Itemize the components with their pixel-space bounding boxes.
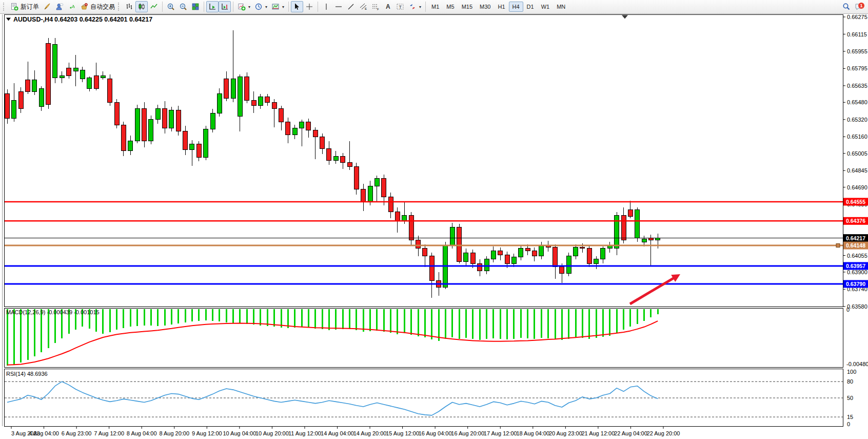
candlestick[interactable]	[169, 107, 174, 131]
candlestick-chart-button[interactable]	[135, 1, 148, 12]
candle-body-bear	[416, 240, 421, 249]
time-axis-label: 17 Aug 12:00	[484, 430, 517, 436]
candle-body-bear	[224, 79, 229, 98]
channel-button[interactable]: E	[357, 1, 369, 12]
add-indicator-icon	[238, 3, 246, 11]
candlestick[interactable]	[46, 38, 51, 109]
candle-body-bull	[594, 259, 599, 263]
candlestick[interactable]	[108, 74, 112, 106]
timeframe-button-m5[interactable]: M5	[443, 2, 458, 12]
templates-icon	[271, 3, 280, 11]
price-badge-label: 0.64555	[846, 199, 865, 205]
candlestick[interactable]	[635, 207, 640, 242]
candlestick[interactable]	[587, 245, 591, 267]
price-tick-label: 0.66115	[847, 31, 867, 37]
zoom-in-button[interactable]	[165, 1, 177, 12]
text-label-icon: T	[396, 3, 404, 11]
candle-body-bull	[217, 94, 222, 113]
candlestick[interactable]	[245, 72, 249, 104]
quill-icon	[43, 3, 51, 11]
main-chart-panel[interactable]	[5, 15, 843, 307]
candle-body-bull	[566, 256, 571, 273]
candle-body-bear	[313, 130, 318, 137]
candlestick[interactable]	[149, 116, 153, 144]
crosshair-button[interactable]	[303, 1, 315, 12]
zoom-out-button[interactable]	[177, 1, 189, 12]
price-badge: 0.63790	[843, 280, 868, 288]
candle-body-bull	[53, 44, 57, 78]
tile-windows-button[interactable]	[189, 1, 202, 12]
cursor-button[interactable]	[291, 1, 303, 12]
chat-button[interactable]: 1	[853, 1, 866, 12]
candlestick[interactable]	[114, 99, 119, 128]
timeframe-button-d1[interactable]: D1	[523, 2, 538, 12]
bar-chart-button[interactable]	[123, 1, 135, 12]
autotrading-button[interactable]: 自动交易	[78, 1, 117, 12]
candle-body-bear	[587, 249, 591, 263]
candle-body-bear	[580, 247, 585, 249]
line-drag-handle[interactable]	[836, 244, 840, 247]
candle-body-bear	[279, 109, 284, 122]
toolbar-grip[interactable]	[3, 3, 6, 11]
price-tick-label: 0.64845	[847, 167, 867, 174]
new-order-button[interactable]: 新订单	[8, 1, 41, 12]
candle-body-bull	[87, 78, 92, 88]
toolbar-separator	[318, 2, 318, 12]
arrows-tool-button[interactable]: ▾	[406, 1, 423, 12]
candle-body-bull	[238, 77, 242, 116]
horizontal-line-button[interactable]	[332, 1, 345, 12]
candlestick[interactable]	[566, 253, 571, 276]
auto-scroll-button[interactable]	[206, 1, 219, 12]
toolbar-grip[interactable]	[118, 3, 121, 11]
timeframe-button-h4[interactable]: H4	[509, 2, 523, 12]
candlestick[interactable]	[457, 224, 462, 263]
svg-text:T: T	[399, 5, 402, 10]
timeframe-button-m30[interactable]: M30	[476, 2, 494, 12]
timeframe-button-m15[interactable]: M15	[458, 2, 476, 12]
time-axis-label: 15 Aug 12:00	[386, 430, 419, 436]
price-tick-label: 0.66275	[847, 14, 867, 20]
search-button[interactable]	[840, 1, 853, 12]
price-badge: 0.64555	[843, 198, 868, 205]
candlestick[interactable]	[5, 89, 10, 124]
chart-symbol-label: AUDUSD-,H4	[13, 16, 53, 23]
chart-shift-button[interactable]	[219, 1, 231, 12]
timeframe-button-w1[interactable]: W1	[538, 2, 554, 12]
candle-body-bull	[519, 249, 523, 257]
candlestick[interactable]	[142, 102, 147, 147]
toolbar-separator	[425, 2, 426, 12]
timeframe-button-h1[interactable]: H1	[494, 2, 508, 12]
candlestick[interactable]	[135, 105, 140, 143]
price-tick-label: 0.64690	[847, 184, 867, 190]
candlestick[interactable]	[615, 212, 619, 255]
text-label-button[interactable]: T	[394, 1, 406, 12]
timeframe-button-m1[interactable]: M1	[428, 2, 443, 12]
candlestick[interactable]	[204, 126, 208, 160]
vertical-line-button[interactable]	[320, 1, 332, 12]
price-badge: 0.63957	[843, 262, 868, 270]
candlestick[interactable]	[53, 38, 57, 83]
auto-scroll-icon	[208, 3, 216, 11]
periods-button[interactable]: ▾	[252, 1, 269, 12]
line-chart-button[interactable]	[148, 1, 160, 12]
candlestick[interactable]	[121, 122, 126, 156]
candle-body-bull	[80, 70, 85, 79]
candle-body-bear	[525, 249, 530, 251]
text-button[interactable]: A	[382, 1, 394, 12]
chart-canvas[interactable]: 0.662750.661150.659550.657950.656350.654…	[0, 0, 868, 439]
toolbar-separator	[204, 2, 204, 12]
fibonacci-button[interactable]: F	[369, 1, 382, 12]
timeframe-button-mn[interactable]: MN	[553, 2, 569, 12]
candlestick[interactable]	[176, 106, 181, 136]
add-indicator-button[interactable]: ▾	[235, 1, 252, 12]
trendline-button[interactable]	[345, 1, 357, 12]
templates-button[interactable]: ▾	[269, 1, 286, 12]
candle-body-bear	[67, 68, 71, 75]
community-button[interactable]	[53, 1, 66, 12]
price-tick-label: 0.63900	[847, 269, 867, 275]
candle-body-bear	[388, 197, 393, 212]
candle-body-bull	[135, 109, 140, 141]
time-axis-label: 10 Aug 04:00	[223, 430, 256, 436]
publish-button[interactable]	[41, 1, 53, 12]
signals-button[interactable]	[66, 1, 78, 12]
